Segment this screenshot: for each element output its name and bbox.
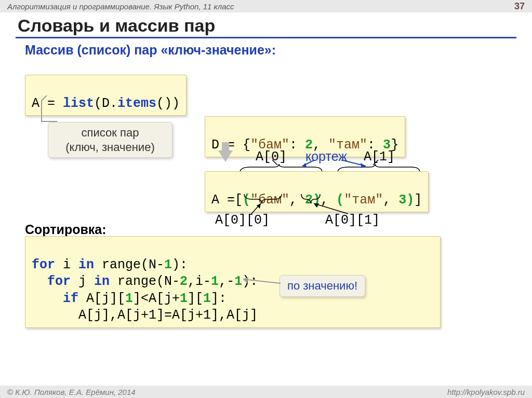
title-rule	[16, 37, 516, 38]
slide-title: Словарь и массив пар	[18, 16, 532, 36]
footer-bar: © К.Ю. Поляков, Е.А. Ерёмин, 2014 http:/…	[0, 386, 532, 398]
page-number: 37	[514, 1, 525, 12]
callout-line2: (ключ, значение)	[56, 140, 165, 155]
label-kortezh: кортеж	[305, 149, 347, 164]
section-array-pairs: Массив (список) пар «ключ-значение»:	[25, 43, 532, 58]
callout-list-pairs: список пар (ключ, значение)	[48, 122, 172, 158]
section-sort: Сортировка:	[25, 222, 107, 237]
label-a00: A[0][0]	[215, 213, 270, 228]
callout-by-value-text: по значению!	[287, 279, 357, 292]
label-a1: A[1]	[364, 149, 395, 164]
header-bar: Алгоритмизация и программирование. Язык …	[0, 0, 532, 12]
code-array: A =[("бам", 2), ("там", 3)]	[205, 171, 429, 212]
callout-by-value: по значению!	[280, 275, 365, 297]
callout-line1: список пар	[56, 126, 165, 140]
label-a01: A[0][1]	[325, 213, 380, 228]
code-sort: for i in range(N-1): for j in range(N-2,…	[25, 236, 441, 328]
subject-text: Алгоритмизация и программирование. Язык …	[7, 2, 234, 11]
arrow-down-icon	[218, 150, 233, 162]
footer-copyright: © К.Ю. Поляков, Е.А. Ерёмин, 2014	[7, 388, 136, 396]
footer-url: http://kpolyakov.spb.ru	[447, 388, 525, 396]
code-list-items: A = list(D.items())	[25, 75, 187, 116]
label-a0: A[0]	[256, 149, 287, 164]
